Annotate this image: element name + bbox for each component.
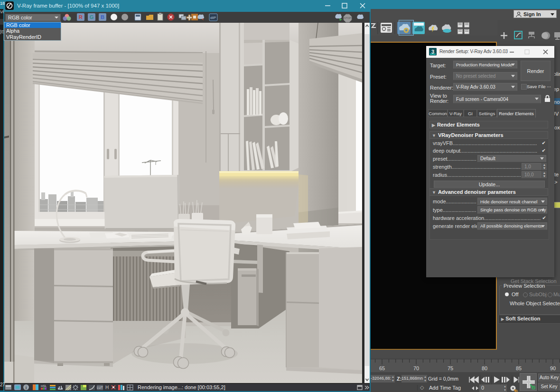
svg-text:75: 75 (448, 365, 453, 371)
svg-text:80: 80 (482, 365, 487, 371)
svg-text:HSL: HSL (41, 384, 47, 388)
svg-text:dIP: dIP (210, 16, 216, 20)
svg-text:H: H (105, 385, 109, 390)
svg-text:90: 90 (550, 365, 556, 371)
svg-text:Rendering image...: done [00:0: Rendering image...: done [00:03:55,2] (138, 384, 225, 390)
svg-text:STOP: STOP (344, 17, 351, 19)
svg-text:R: R (79, 14, 83, 20)
svg-text:G: G (90, 14, 94, 20)
svg-text:65: 65 (379, 365, 385, 371)
svg-text:B: B (101, 14, 104, 20)
svg-text:i: i (26, 385, 27, 390)
svg-text:LUT: LUT (97, 386, 103, 389)
svg-text:85: 85 (516, 365, 522, 371)
svg-text:70: 70 (413, 365, 419, 371)
